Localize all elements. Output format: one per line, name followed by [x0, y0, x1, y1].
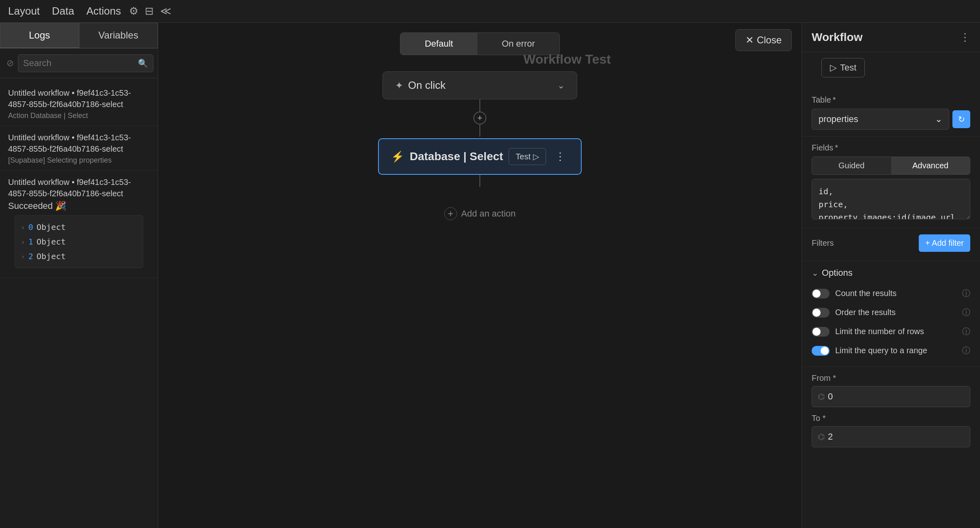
- nav-actions[interactable]: Actions: [86, 5, 121, 17]
- tab-guided[interactable]: Guided: [812, 157, 891, 174]
- tab-advanced[interactable]: Advanced: [891, 157, 970, 174]
- log-entry-title: Untitled workflow • f9ef41c3-1c53-4857-8…: [8, 176, 150, 199]
- lightning-icon: ⚡: [391, 150, 404, 163]
- nav-layout[interactable]: Layout: [8, 5, 40, 17]
- toggle-order[interactable]: [812, 308, 830, 318]
- test-btn-wrap: ▷ Test: [802, 52, 980, 89]
- tab-logs[interactable]: Logs: [0, 23, 79, 48]
- canvas-flow: ✦ On click ⌄ + ⚡ Database | Select Test …: [378, 71, 582, 220]
- left-panel: Logs Variables ⊘ 🔍 Filter ∨ Untitled wor…: [0, 23, 158, 528]
- filters-row: Filters + Add filter: [812, 234, 970, 252]
- nav-data[interactable]: Data: [52, 5, 74, 17]
- close-icon: ✕: [746, 34, 754, 46]
- log-entry[interactable]: Untitled workflow • f9ef41c3-1c53-4857-8…: [0, 82, 158, 126]
- add-step-button[interactable]: +: [473, 112, 486, 124]
- tab-default[interactable]: Default: [400, 33, 477, 55]
- log-entry[interactable]: Untitled workflow • f9ef41c3-1c53-4857-8…: [0, 171, 158, 278]
- workflow-test-button[interactable]: ▷ Test: [821, 58, 865, 77]
- close-button[interactable]: ✕ Close: [735, 29, 792, 51]
- connector-line: [479, 175, 480, 187]
- list-item[interactable]: › 0 Object: [21, 220, 137, 234]
- action-test-button[interactable]: Test ▷: [509, 148, 546, 165]
- list-item[interactable]: › 1 Object: [21, 234, 137, 249]
- table-label-text: Table: [812, 95, 831, 105]
- left-tabs: Logs Variables: [0, 23, 158, 49]
- from-label-text: From: [812, 373, 831, 382]
- table-select[interactable]: properties ⌄: [812, 109, 949, 130]
- list-item[interactable]: › 2 Object: [21, 249, 137, 264]
- log-entry-subtitle: Action Database | Select: [8, 112, 150, 120]
- result-index: 1: [28, 237, 33, 247]
- log-entry-title: Untitled workflow • f9ef41c3-1c53-4857-8…: [8, 87, 150, 110]
- result-index: 0: [28, 222, 33, 232]
- toggle-count[interactable]: [812, 289, 830, 298]
- options-header-label: Options: [822, 268, 853, 278]
- action-node[interactable]: ⚡ Database | Select Test ▷ ⋮: [378, 138, 582, 175]
- fields-tabs: Guided Advanced: [812, 157, 970, 175]
- trigger-node[interactable]: ✦ On click ⌄: [383, 71, 577, 99]
- clear-icon[interactable]: ⊘: [6, 58, 14, 69]
- options-section: ⌄ Options Count the results ⓘ Order the …: [802, 261, 980, 367]
- add-action-button[interactable]: + Add an action: [444, 207, 516, 220]
- to-label: To *: [812, 414, 970, 423]
- add-icon: +: [444, 207, 457, 220]
- variable-icon: ⌬: [818, 392, 825, 401]
- nav-links: Layout Data Actions: [8, 5, 121, 17]
- chevron-right-icon: ›: [21, 238, 25, 246]
- help-icon[interactable]: ⓘ: [962, 345, 970, 356]
- option-order: Order the results ⓘ: [812, 303, 970, 322]
- search-input[interactable]: [23, 58, 135, 69]
- connector-line: [479, 124, 480, 137]
- tab-variables[interactable]: Variables: [79, 23, 158, 48]
- refresh-button[interactable]: ↻: [952, 110, 970, 128]
- log-entries-list: Untitled workflow • f9ef41c3-1c53-4857-8…: [0, 78, 158, 528]
- result-type: Object: [37, 222, 66, 232]
- succeeded-label: Succeeded 🎉: [8, 201, 66, 211]
- search-bar: ⊘ 🔍 Filter ∨: [0, 49, 158, 78]
- to-section: To * ⌬ 2: [802, 414, 980, 454]
- trigger-icon: ✦: [395, 80, 403, 91]
- to-input-wrap: ⌬ 2: [812, 426, 970, 447]
- chevron-right-icon: ›: [21, 252, 25, 261]
- log-results: › 0 Object › 1 Object › 2 Object: [15, 215, 143, 268]
- layout-icon[interactable]: ⊟: [145, 5, 154, 17]
- options-header[interactable]: ⌄ Options: [812, 268, 970, 278]
- result-type: Object: [37, 237, 66, 247]
- table-value: properties: [819, 114, 858, 124]
- flow-connector: +: [473, 99, 486, 137]
- filters-section: Filters + Add filter: [802, 228, 980, 261]
- help-icon[interactable]: ⓘ: [962, 288, 970, 299]
- option-order-label: Order the results: [835, 308, 956, 317]
- option-range: Limit the query to a range ⓘ: [812, 341, 970, 360]
- log-entry-subtitle: [Supabase] Selecting properties: [8, 156, 150, 165]
- fields-textarea[interactable]: id, price, property_images:id(image_url,…: [812, 179, 970, 219]
- fields-field-label: Fields *: [812, 143, 970, 152]
- help-icon[interactable]: ⓘ: [962, 326, 970, 337]
- main-content: Logs Variables ⊘ 🔍 Filter ∨ Untitled wor…: [0, 23, 980, 528]
- add-filter-button[interactable]: + Add filter: [919, 234, 970, 252]
- chevron-right-icon: ›: [21, 223, 25, 232]
- fields-required: *: [835, 143, 838, 152]
- option-limit-label: Limit the number of rows: [835, 327, 956, 336]
- play-icon: ▷: [533, 152, 539, 161]
- table-field-label: Table *: [812, 95, 970, 105]
- trigger-label: On click: [408, 79, 552, 92]
- chevron-down-icon: ⌄: [557, 80, 565, 91]
- right-panel-more-button[interactable]: ⋮: [960, 31, 970, 44]
- connector-line: [479, 99, 480, 112]
- top-bar: Layout Data Actions ⚙ ⊟ ≪: [0, 0, 980, 23]
- canvas-area: Workflow Test Default On error ✦ On clic…: [158, 23, 802, 528]
- toggle-limit[interactable]: [812, 327, 830, 337]
- collapse-icon[interactable]: ≪: [160, 5, 171, 17]
- table-select-wrap: properties ⌄ ↻: [812, 109, 970, 130]
- action-more-button[interactable]: ⋮: [552, 149, 569, 165]
- result-index: 2: [28, 251, 33, 261]
- search-input-wrap: 🔍: [18, 54, 153, 72]
- help-icon[interactable]: ⓘ: [962, 307, 970, 318]
- settings-icon[interactable]: ⚙: [129, 5, 138, 17]
- toggle-range[interactable]: [812, 346, 830, 356]
- log-entry[interactable]: Untitled workflow • f9ef41c3-1c53-4857-8…: [0, 126, 158, 171]
- close-label: Close: [757, 34, 782, 46]
- refresh-icon: ↻: [958, 114, 965, 124]
- from-value: 0: [828, 391, 833, 402]
